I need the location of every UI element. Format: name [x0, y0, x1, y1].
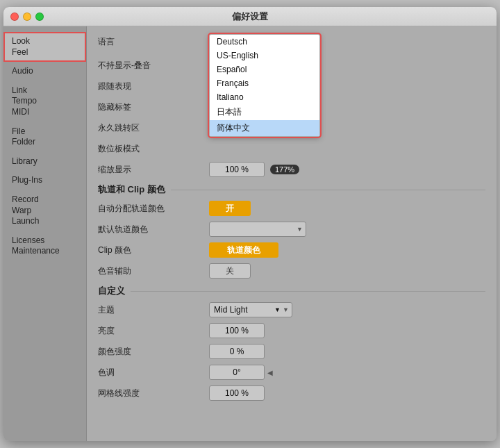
- default-color-select-wrapper: [209, 222, 306, 237]
- language-option-zh[interactable]: 简体中文: [210, 120, 319, 136]
- titlebar: 偏好设置: [3, 7, 497, 26]
- permanent-warp-label: 永久跳转区: [98, 122, 209, 134]
- auto-color-toggle[interactable]: 开: [209, 201, 251, 216]
- hue-row: 色调 0° ◀: [98, 364, 485, 381]
- hue-control: 0° ◀: [209, 365, 485, 380]
- theme-control: Mid Light ▼: [209, 302, 485, 317]
- auto-color-row: 自动分配轨道颜色 开: [98, 200, 485, 217]
- sidebar-item-link-tempo-midi[interactable]: Link Tempo MIDI: [3, 81, 86, 122]
- theme-select-wrapper: Mid Light ▼: [209, 302, 292, 317]
- hide-tags-label: 隐藏标签: [98, 101, 209, 113]
- default-color-row: 默认轨道颜色: [98, 221, 485, 238]
- color-assist-value: 关: [226, 265, 234, 277]
- close-button[interactable]: [10, 13, 19, 21]
- hue-value: 0°: [233, 367, 240, 377]
- language-option-en[interactable]: US-English: [210, 49, 319, 63]
- clip-color-value: 轨道颜色: [227, 244, 260, 256]
- language-dropdown-container: 简体中文 Deutsch US-English Español Français…: [209, 34, 320, 49]
- main-panel: 语言 简体中文 Deutsch US-English Español Franç…: [87, 26, 497, 441]
- default-color-select[interactable]: [209, 222, 306, 237]
- color-assist-label: 色音辅助: [98, 265, 209, 277]
- theme-value: Mid Light: [214, 305, 248, 315]
- language-row: 语言 简体中文 Deutsch US-English Español Franç…: [98, 33, 485, 50]
- tablet-row: 数位板模式: [98, 140, 485, 157]
- grid-value: 100 %: [225, 388, 249, 398]
- grid-value-box[interactable]: 100 %: [209, 385, 265, 401]
- auto-color-label: 自动分配轨道颜色: [98, 203, 209, 215]
- clip-color-control: 轨道颜色: [209, 242, 485, 258]
- theme-select[interactable]: Mid Light ▼: [209, 302, 292, 317]
- hue-label: 色调: [98, 367, 209, 379]
- display-label: 不持显示-叠音: [98, 60, 209, 72]
- minimize-button[interactable]: [23, 13, 31, 21]
- preferences-window: 偏好设置 Look Feel Audio Link Tempo MIDI Fil…: [3, 7, 497, 441]
- sidebar-item-licenses-maintenance[interactable]: Licenses Maintenance: [3, 231, 86, 261]
- track-clip-section-header: 轨道和 Clip 颜色: [98, 183, 485, 196]
- zoom-tooltip: 177%: [270, 165, 299, 174]
- color-assist-row: 色音辅助 关: [98, 263, 485, 279]
- sidebar-item-file-folder[interactable]: File Folder: [3, 122, 86, 152]
- color-intensity-value-box[interactable]: 0 %: [209, 344, 265, 359]
- clip-color-row: Clip 颜色 轨道颜色: [98, 242, 485, 258]
- main-content: Look Feel Audio Link Tempo MIDI File Fol…: [3, 26, 497, 441]
- grid-row: 网格线强度 100 %: [98, 385, 485, 401]
- maximize-button[interactable]: [35, 13, 44, 21]
- hue-value-box[interactable]: 0°: [209, 365, 265, 380]
- auto-color-value: 开: [226, 203, 234, 215]
- language-option-it[interactable]: Italiano: [210, 90, 319, 104]
- custom-section-title: 自定义: [98, 285, 125, 297]
- language-option-ja[interactable]: 日本語: [210, 104, 319, 120]
- clip-color-button[interactable]: 轨道颜色: [209, 242, 278, 258]
- theme-label: 主题: [98, 304, 209, 316]
- clip-color-label: Clip 颜色: [98, 244, 209, 256]
- language-option-es[interactable]: Español: [210, 63, 319, 76]
- sidebar-item-look-feel[interactable]: Look Feel: [3, 32, 86, 62]
- follow-label: 跟随表现: [98, 81, 209, 92]
- window-title: 偏好设置: [232, 10, 268, 23]
- sidebar: Look Feel Audio Link Tempo MIDI File Fol…: [3, 26, 87, 441]
- default-color-control: [209, 222, 485, 237]
- color-intensity-control: 0 %: [209, 344, 485, 359]
- track-clip-section-title: 轨道和 Clip 颜色: [98, 183, 165, 196]
- sidebar-item-plug-ins[interactable]: Plug-Ins: [3, 171, 86, 190]
- zoom-label: 缩放显示: [98, 164, 209, 176]
- language-dropdown: Deutsch US-English Español Français Ital…: [209, 34, 320, 137]
- hue-arrow: ◀: [267, 369, 273, 376]
- default-color-label: 默认轨道颜色: [98, 224, 209, 235]
- sidebar-item-audio[interactable]: Audio: [3, 62, 86, 81]
- color-assist-control: 关: [209, 263, 485, 279]
- window-controls: [10, 13, 44, 21]
- language-option-deutsch[interactable]: Deutsch: [210, 35, 319, 49]
- brightness-row: 亮度 100 %: [98, 322, 485, 339]
- sidebar-item-library[interactable]: Library: [3, 152, 86, 172]
- grid-control: 100 %: [209, 385, 485, 401]
- tablet-label: 数位板模式: [98, 143, 209, 155]
- color-intensity-label: 颜色强度: [98, 346, 209, 358]
- brightness-control: 100 %: [209, 323, 485, 338]
- sidebar-item-record-warp-launch[interactable]: Record Warp Launch: [3, 190, 86, 231]
- language-label: 语言: [98, 36, 209, 48]
- language-option-fr[interactable]: Français: [210, 76, 319, 90]
- brightness-value: 100 %: [225, 326, 249, 335]
- custom-section-header: 自定义: [98, 285, 485, 297]
- brightness-label: 亮度: [98, 325, 209, 337]
- brightness-value-box[interactable]: 100 %: [209, 323, 265, 338]
- color-intensity-value: 0 %: [230, 347, 244, 356]
- color-assist-toggle[interactable]: 关: [209, 263, 251, 279]
- zoom-value-text: 100 %: [225, 165, 249, 174]
- grid-label: 网格线强度: [98, 388, 209, 399]
- auto-color-control: 开: [209, 201, 485, 216]
- theme-row: 主题 Mid Light ▼: [98, 301, 485, 318]
- color-intensity-row: 颜色强度 0 %: [98, 343, 485, 360]
- zoom-row: 缩放显示 100 % 177%: [98, 161, 485, 178]
- zoom-control: 100 % 177%: [209, 162, 485, 177]
- zoom-value[interactable]: 100 %: [209, 162, 265, 177]
- language-control: 简体中文 Deutsch US-English Español Français…: [209, 34, 485, 49]
